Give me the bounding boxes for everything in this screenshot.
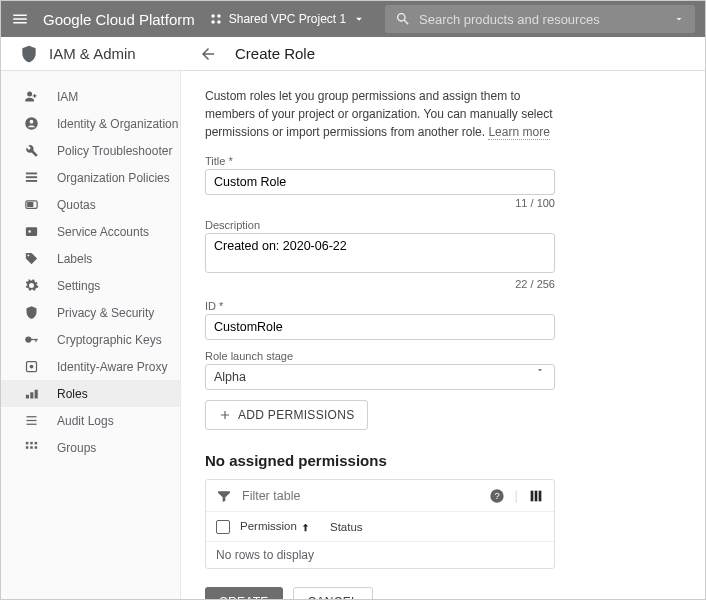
svg-rect-30 [30, 446, 33, 449]
svg-point-19 [29, 365, 33, 369]
svg-rect-21 [30, 392, 33, 398]
sidebar-item-cryptographic-keys[interactable]: Cryptographic Keys [1, 326, 180, 353]
sidebar-item-iam[interactable]: IAM [1, 83, 180, 110]
caret-down-icon [352, 12, 366, 26]
groups-icon [23, 440, 39, 456]
title-count: 11 / 100 [205, 197, 555, 209]
sidebar-item-roles[interactable]: Roles [1, 380, 180, 407]
sidebar-item-policy-troubleshooter[interactable]: Policy Troubleshooter [1, 137, 180, 164]
sidebar-item-audit-logs[interactable]: Audit Logs [1, 407, 180, 434]
project-picker[interactable]: Shared VPC Project 1 [209, 12, 366, 26]
sidebar-item-label: Policy Troubleshooter [57, 144, 172, 158]
svg-point-6 [29, 120, 33, 124]
empty-row: No rows to display [206, 542, 554, 568]
account-circle-icon [23, 116, 39, 132]
svg-rect-36 [539, 490, 542, 501]
svg-point-4 [27, 92, 32, 97]
id-label: ID * [205, 300, 555, 312]
svg-rect-23 [26, 416, 36, 417]
svg-rect-28 [34, 442, 37, 445]
svg-rect-12 [25, 227, 36, 236]
learn-more-link[interactable]: Learn more [488, 125, 549, 140]
add-permissions-button[interactable]: ADD PERMISSIONS [205, 400, 368, 430]
sidebar-item-organization-policies[interactable]: Organization Policies [1, 164, 180, 191]
svg-point-0 [211, 14, 215, 18]
sidebar-item-label: Organization Policies [57, 171, 170, 185]
sidebar-item-identity-aware-proxy[interactable]: Identity-Aware Proxy [1, 353, 180, 380]
sort-asc-icon [300, 522, 311, 533]
svg-point-13 [28, 230, 31, 233]
svg-rect-25 [26, 424, 36, 425]
svg-rect-34 [531, 490, 534, 501]
caret-down-icon [535, 365, 545, 375]
sidebar-item-groups[interactable]: Groups [1, 434, 180, 461]
desc-input[interactable] [205, 233, 555, 273]
id-input[interactable] [205, 314, 555, 340]
badge-icon [23, 224, 39, 240]
sidebar-item-service-accounts[interactable]: Service Accounts [1, 218, 180, 245]
page-title: Create Role [235, 45, 315, 62]
sidebar-item-label: Settings [57, 279, 100, 293]
stage-label: Role launch stage [205, 350, 555, 362]
iap-icon [23, 359, 39, 375]
svg-rect-20 [25, 395, 28, 399]
create-button[interactable]: CREATE [205, 587, 283, 600]
section-title: IAM & Admin [49, 45, 136, 62]
svg-point-1 [217, 14, 221, 18]
search-icon [395, 11, 411, 27]
help-icon[interactable]: ? [489, 488, 505, 504]
menu-icon[interactable] [11, 10, 29, 28]
filter-icon[interactable] [216, 488, 232, 504]
sidebar-item-label: Cryptographic Keys [57, 333, 162, 347]
key-icon [23, 332, 39, 348]
sidebar-item-settings[interactable]: Settings [1, 272, 180, 299]
svg-rect-9 [25, 180, 36, 182]
back-icon[interactable] [199, 45, 217, 63]
search-input[interactable] [419, 12, 673, 27]
svg-point-14 [27, 254, 29, 256]
svg-point-15 [25, 336, 31, 342]
sidebar-item-label: Groups [57, 441, 96, 455]
col-permission[interactable]: Permission [240, 520, 320, 532]
select-all-checkbox[interactable] [216, 520, 230, 534]
columns-icon[interactable] [528, 488, 544, 504]
brand: Google Cloud Platform [43, 11, 195, 28]
svg-rect-22 [34, 390, 37, 399]
desc-count: 22 / 256 [205, 278, 555, 290]
sidebar: IAMIdentity & OrganizationPolicy Trouble… [1, 71, 181, 600]
svg-point-2 [211, 20, 215, 24]
person-add-icon [23, 89, 39, 105]
permissions-table: ? | Permission Status No rows to display [205, 479, 555, 569]
title-label: Title * [205, 155, 555, 167]
sidebar-item-identity-organization[interactable]: Identity & Organization [1, 110, 180, 137]
cancel-button[interactable]: CANCEL [293, 587, 373, 600]
sidebar-item-quotas[interactable]: Quotas [1, 191, 180, 218]
filter-input[interactable] [242, 489, 479, 503]
search-bar[interactable] [385, 5, 695, 33]
svg-point-3 [217, 20, 221, 24]
svg-rect-26 [25, 442, 28, 445]
wrench-icon [23, 143, 39, 159]
svg-rect-27 [30, 442, 33, 445]
svg-rect-35 [535, 490, 538, 501]
stage-select[interactable]: Alpha [205, 364, 555, 390]
svg-rect-8 [25, 176, 36, 178]
sidebar-item-label: Privacy & Security [57, 306, 154, 320]
list-icon [23, 170, 39, 186]
svg-rect-7 [25, 173, 36, 175]
col-status[interactable]: Status [330, 521, 363, 533]
svg-text:?: ? [494, 491, 499, 501]
plus-icon [218, 408, 232, 422]
sidebar-item-label: Roles [57, 387, 88, 401]
roles-icon [23, 386, 39, 402]
caret-down-icon[interactable] [673, 13, 685, 25]
sidebar-item-labels[interactable]: Labels [1, 245, 180, 272]
project-name: Shared VPC Project 1 [229, 12, 346, 26]
sidebar-item-label: Service Accounts [57, 225, 149, 239]
sidebar-item-privacy-security[interactable]: Privacy & Security [1, 299, 180, 326]
svg-rect-11 [27, 202, 33, 207]
svg-rect-17 [35, 339, 36, 342]
shield-icon [19, 44, 39, 64]
intro-text: Custom roles let you group permissions a… [205, 87, 565, 141]
title-input[interactable] [205, 169, 555, 195]
